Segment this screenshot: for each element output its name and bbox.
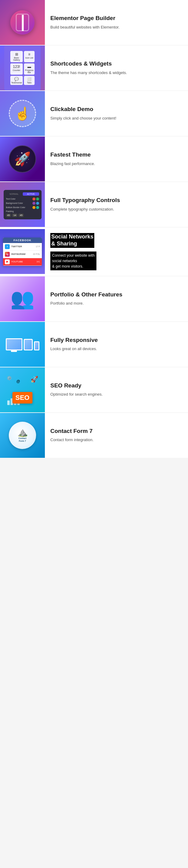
seo-label: SEO: [12, 392, 32, 404]
rocket-small-icon: 🚀: [31, 376, 38, 383]
tabs-icon: ⬜: [25, 77, 34, 81]
instagram-row: ig INSTAGRAM 22 FOL: [3, 251, 42, 258]
desc-responsive: Looks great on all devices.: [50, 346, 183, 352]
cf7-logo: ⛰️ ContactForm 7: [9, 422, 36, 449]
border-color-swatch: [32, 206, 39, 209]
youtube-icon: ▶: [5, 259, 10, 264]
desc-social: Connect your website withsocial networks…: [50, 251, 96, 270]
image-shortcodes: ⊞ Basic Gallery ≡ Icon List 123! Counter…: [0, 45, 45, 90]
border-color-row: Bottom Border Color: [6, 206, 39, 209]
item-contact: ⛰️ ContactForm 7 Contact Form 7 Contact …: [0, 413, 188, 458]
desc-typography: Complete typography customization.: [50, 206, 183, 212]
content-portfolio: Portfolio & Other Features Portfolio and…: [45, 286, 188, 312]
content-elementor: Elementor Page Builder Build beautiful w…: [45, 9, 188, 35]
widget-counter: 123! Counter: [10, 63, 23, 74]
image-contact: ⛰️ ContactForm 7: [0, 413, 45, 458]
desc-portfolio: Portfolio and more.: [50, 300, 183, 306]
content-clickable: Clickable Demo Simply click and choose y…: [45, 100, 188, 126]
gear-icon: ⚙️: [7, 376, 12, 380]
num-14: 14: [12, 214, 17, 217]
devices-wrap: [3, 335, 42, 353]
typo-panel: NORMAL ACTIVE Text Color Background Colo…: [4, 190, 41, 219]
desc-fastest: Blazing fast performance.: [50, 161, 183, 167]
monitor-device: [6, 338, 23, 350]
content-responsive: Fully Responsive Looks great on all devi…: [45, 331, 188, 358]
title-fastest: Fastest Theme: [50, 151, 183, 158]
counter-icon: 123!: [11, 65, 22, 69]
bg-color-swatch: [32, 202, 39, 205]
swatch-orange: [32, 206, 35, 209]
image-clickable: ☝️: [0, 91, 45, 136]
item-shortcodes: ⊞ Basic Gallery ≡ Icon List 123! Counter…: [0, 45, 188, 90]
image-typography: NORMAL ACTIVE Text Color Background Colo…: [0, 182, 45, 227]
mountain-icon: ⛰️: [17, 428, 28, 437]
item-social: FACEBOOK t TWITTER 17 F ig INSTAGRAM 22 …: [0, 227, 188, 276]
hand-icon: ☝️: [9, 100, 36, 127]
desc-seo: Optimized for search engines.: [50, 391, 183, 398]
seo-wrap: 🚀 ⚙️ @ SEO: [4, 373, 41, 407]
text-color-row: Text Color: [6, 197, 39, 200]
title-contact: Contact Form 7: [50, 428, 183, 435]
num-45: 45: [6, 214, 11, 217]
item-seo: 🚀 ⚙️ @ SEO SEO Ready Optimized for searc…: [0, 367, 188, 412]
title-shortcodes: Shortcodes & Widgets: [50, 60, 183, 67]
title-social: Social Networks& Sharing: [50, 233, 183, 248]
twitter-count: 17 F: [36, 245, 40, 248]
padding-row: Padding: [6, 210, 39, 212]
instagram-icon: ig: [5, 252, 10, 257]
swatch-teal: [36, 206, 39, 209]
cf7-label-text: ContactForm 7: [19, 437, 26, 442]
title-seo: SEO Ready: [50, 382, 183, 389]
item-portfolio: 👥 Portfolio & Other Features Portfolio a…: [0, 276, 188, 321]
text-color-swatch: [32, 197, 39, 200]
at-icon: @: [17, 379, 20, 383]
widget-testimonial: 💬 Testimonial: [10, 76, 23, 85]
title-portfolio: Portfolio & Other Features: [50, 291, 183, 298]
phone-device: [34, 341, 39, 350]
item-elementor: ∣ Elementor Page Builder Build beautiful…: [0, 0, 188, 45]
title-clickable: Clickable Demo: [50, 106, 183, 113]
desc-contact: Contact form integration.: [50, 437, 183, 443]
team-emoji: 👥: [10, 281, 35, 316]
widget-tabs: ⬜ Tabs: [24, 76, 35, 85]
image-social: FACEBOOK t TWITTER 17 F ig INSTAGRAM 22 …: [0, 229, 45, 274]
elementor-logo: ∣: [10, 10, 35, 35]
youtube-count: 341: [36, 260, 40, 263]
title-responsive: Fully Responsive: [50, 337, 183, 344]
swatch-purple: [32, 202, 35, 205]
youtube-label: YOUTUBE: [11, 260, 23, 263]
twitter-icon: t: [5, 244, 10, 249]
instagram-label: INSTAGRAM: [11, 253, 26, 255]
elementor-e-letter: ∣: [16, 14, 29, 31]
desc-elementor: Build beautiful websites with Elementor.: [50, 24, 183, 30]
social-title-text: Social Networks& Sharing: [50, 233, 94, 248]
swatch-red: [32, 197, 35, 200]
item-typography: NORMAL ACTIVE Text Color Background Colo…: [0, 182, 188, 227]
active-tab: ACTIVE: [23, 192, 39, 196]
title-typography: Full Typography Controls: [50, 197, 183, 204]
item-fastest: 🚀 Fastest Theme Blazing fast performance…: [0, 136, 188, 181]
image-portfolio: 👥: [0, 276, 45, 321]
desc-shortcodes: The theme has many shortcodes & widgets.: [50, 70, 183, 76]
youtube-row: ▶ YOUTUBE 341: [3, 258, 42, 266]
swatch-green: [36, 197, 39, 200]
title-elementor: Elementor Page Builder: [50, 15, 183, 22]
num-45b: 45: [19, 214, 24, 217]
bg-color-row: Background Color: [6, 202, 39, 205]
content-typography: Full Typography Controls Complete typogr…: [45, 191, 188, 218]
instagram-count: 22 FOL: [33, 253, 40, 255]
widget-grid: ⊞ Basic Gallery ≡ Icon List 123! Counter…: [4, 45, 41, 90]
item-clickable: ☝️ Clickable Demo Simply click and choos…: [0, 91, 188, 136]
widget-progress: ▬ Progress Bar: [24, 63, 35, 74]
testimonial-icon: 💬: [11, 77, 22, 81]
content-contact: Contact Form 7 Contact form integration.: [45, 422, 188, 448]
rocket-icon: 🚀: [9, 145, 36, 173]
widget-iconlist: ≡ Icon List: [24, 51, 35, 62]
image-seo: 🚀 ⚙️ @ SEO: [0, 367, 45, 412]
item-responsive: Fully Responsive Looks great on all devi…: [0, 322, 188, 367]
typo-tabs: NORMAL ACTIVE: [6, 192, 39, 196]
normal-tab: NORMAL: [6, 192, 23, 196]
content-seo: SEO Ready Optimized for search engines.: [45, 377, 188, 403]
twitter-row: t TWITTER 17 F: [3, 243, 42, 251]
swatch-blue: [36, 202, 39, 205]
